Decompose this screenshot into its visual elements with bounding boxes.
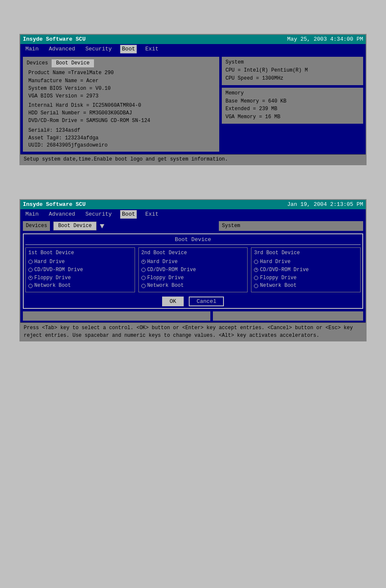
menu-boot-1[interactable]: Boot [120,45,137,53]
screen2-bottom [20,311,366,322]
dvd-row: DVD/CD-Rom Drive = SAMSUNG CD-ROM SN-124 [28,117,215,125]
menu-advanced-1[interactable]: Advanced [47,45,77,53]
boot-1-network[interactable]: Network Boot [28,282,132,289]
boot-columns: 1st Boot Device Hard Drive CD/DVD-ROM Dr… [25,247,361,292]
radio-1-hd [28,260,33,264]
boot-2-hd[interactable]: Hard Drive [141,258,245,266]
right-panel-1: System CPU = Intel(R) Pentium(R) M CPU S… [222,57,363,152]
arrow-icon: ▼ [100,222,105,230]
serial-value: 1234asdf [56,128,80,133]
boot-3-cd-label: CD/DVD-ROM Drive [260,266,309,274]
hdd-label: Internal Hard Disk = [28,103,92,108]
ok-button[interactable]: OK [162,297,184,306]
bottom-right-panel [213,311,363,321]
devices-header-2: Devices Boot Device ▼ [23,221,216,231]
asset-row: Asset Tag#: 123234afdga [28,135,215,142]
boot-col-1: 1st Boot Device Hard Drive CD/DVD-ROM Dr… [25,247,135,292]
boot-1-hd[interactable]: Hard Drive [28,258,132,266]
memory-box-1: Memory Base Memory = 640 KB Extended = 2… [222,88,363,124]
manufacture-value: Acer [86,78,99,84]
boot-3-network-label: Network Boot [260,282,296,289]
product-label: Product Name = [28,70,71,76]
radio-1-network [28,284,33,288]
boot-dialog-title: Boot Device [25,236,361,245]
boot-2-floppy[interactable]: Floppy Drive [141,275,245,282]
boot-3-floppy-label: Floppy Drive [260,275,296,282]
base-memory-row: Base Memory = 640 KB [226,98,359,105]
menu-security-1[interactable]: Security [84,45,113,53]
boot-3-network[interactable]: Network Boot [254,282,358,289]
product-value: TravelMate 290 [71,70,114,76]
uuid-value: 26843905jfgasdoweiro [47,142,108,148]
menu-bar-2: Main Advanced Security Boot Exit [20,209,366,219]
tab-boot-device-2[interactable]: Boot Device [53,222,96,230]
boot-col-2-title: 2nd Boot Device [141,250,245,257]
boot-1-cd[interactable]: CD/DVD-ROM Drive [28,266,132,274]
devices-label-2: Devices [23,221,50,231]
manufacture-label: Manufacture Name = [28,78,86,84]
radio-2-floppy [141,276,146,280]
hdd-serial-row: HDD Serial Number = RM3G003K0GDBAJ [28,110,215,117]
asset-label: Asset Tag#: [28,135,65,141]
cancel-button[interactable]: Cancel [189,297,224,306]
boot-1-hd-label: Hard Drive [34,258,65,266]
menu-main-2[interactable]: Main [24,210,40,219]
menu-exit-2[interactable]: Exit [143,210,160,219]
radio-2-hd [141,260,146,264]
radio-3-network [254,284,258,288]
tab-row-1: Devices Boot Device [27,59,215,68]
boot-2-cd-label: CD/DVD-ROM Drive [147,266,196,274]
bios-screen-1: Insyde Software SCU May 25, 2003 4:34:00… [19,34,367,165]
menu-boot-2[interactable]: Boot [120,210,137,219]
menu-main-1[interactable]: Main [24,45,40,53]
menu-advanced-2[interactable]: Advanced [47,210,77,219]
menu-security-2[interactable]: Security [84,210,113,219]
hdd-value: IC25N060ATMR04-0 [92,103,141,108]
title-bar-2: Insyde Software SCU Jan 19, 2004 2:13:05… [20,200,366,209]
status-bar-1: Setup system date,time.Enable boot logo … [20,154,366,164]
radio-3-hd [254,260,258,264]
bios-version-row: System BIOS Version = V0.10 [28,85,215,92]
vga-memory-row: VGA Memory = 16 MB [226,114,359,121]
hdd-serial-value: RM3G003K0GDBAJ [89,110,132,116]
tab-boot-device-1[interactable]: Boot Device [51,59,94,68]
devices-label-1: Devices [27,60,48,67]
screen2-header-row: Devices Boot Device ▼ System [20,219,366,231]
boot-2-cd[interactable]: CD/DVD-ROM Drive [141,266,245,274]
cpu-speed-row: CPU Speed = 1300MHz [226,75,359,82]
vga-bios-row: VGA BIOS Version = 2973 [28,93,215,100]
boot-3-hd[interactable]: Hard Drive [254,258,358,266]
boot-1-floppy-label: Floppy Drive [34,275,71,282]
content-area-1: Devices Boot Device Product Name =Travel… [20,54,366,154]
memory-title-1: Memory [226,90,359,97]
asset-value: 123234afdga [65,135,98,141]
boot-1-floppy[interactable]: Floppy Drive [28,275,132,282]
status-bar-2: Press <Tab> key to select a control. <OK… [20,322,366,341]
dialog-buttons: OK Cancel [25,297,361,306]
radio-1-floppy [28,276,33,280]
dvd-label: DVD/CD-Rom Drive = [28,118,86,124]
boot-col-2: 2nd Boot Device Hard Drive CD/DVD-ROM Dr… [138,247,248,292]
bottom-left-panel [23,311,210,321]
manufacture-row: Manufacture Name = Acer [28,78,215,85]
hdd-serial-label: HDD Serial Number = [28,110,89,116]
menu-bar-1: Main Advanced Security Boot Exit [20,44,366,54]
boot-2-floppy-label: Floppy Drive [147,275,184,282]
boot-2-network[interactable]: Network Boot [141,282,245,289]
dvd-value: SAMSUNG CD-ROM SN-124 [86,118,150,124]
datetime-1: May 25, 2003 4:34:00 PM [287,36,363,43]
radio-3-cd [254,268,258,272]
boot-3-floppy[interactable]: Floppy Drive [254,275,358,282]
system-label-2: System [219,221,363,231]
boot-3-cd[interactable]: CD/DVD-ROM Drive [254,266,358,274]
title-bar-1: Insyde Software SCU May 25, 2003 4:34:00… [20,35,366,44]
boot-col-1-title: 1st Boot Device [28,250,132,257]
title-2: Insyde Software SCU [23,201,85,208]
boot-col-3: 3rd Boot Device Hard Drive CD/DVD-ROM Dr… [251,247,361,292]
menu-exit-1[interactable]: Exit [143,45,160,53]
serial-row: Serial#: 1234asdf [28,127,215,134]
boot-2-hd-label: Hard Drive [147,258,178,266]
boot-1-network-label: Network Boot [34,282,71,289]
radio-1-cd [28,268,33,272]
bios-screen-2: Insyde Software SCU Jan 19, 2004 2:13:05… [19,199,367,341]
